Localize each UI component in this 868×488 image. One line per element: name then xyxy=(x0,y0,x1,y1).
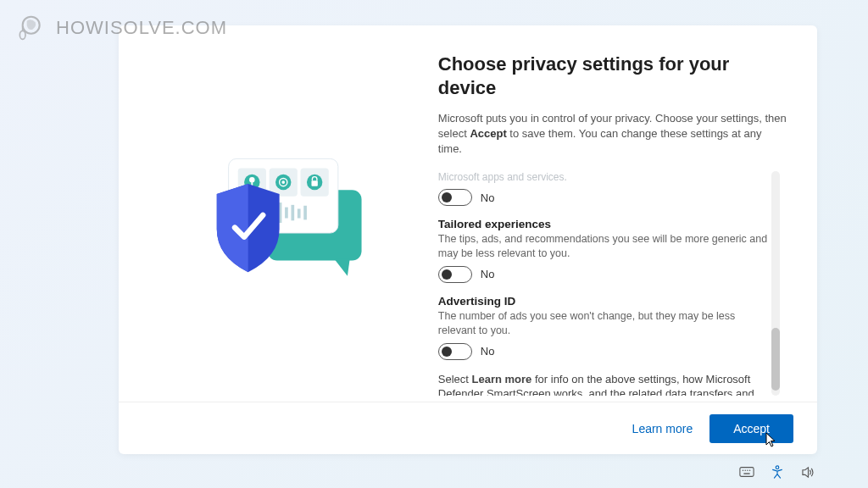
learn-more-button[interactable]: Learn more xyxy=(632,422,693,435)
toggle-row-advertising: No xyxy=(438,343,770,360)
taskbar-icons xyxy=(739,464,815,480)
svg-rect-32 xyxy=(743,473,749,474)
svg-rect-23 xyxy=(285,208,288,219)
page-title: Choose privacy settings for your device xyxy=(438,53,787,99)
toggle-advertising-label: No xyxy=(481,345,495,358)
setting-tailored-title: Tailored experiences xyxy=(438,218,770,230)
toggle-row-tailored: No xyxy=(438,266,770,283)
scrollbar-track[interactable] xyxy=(771,171,780,396)
setting-tailored-desc: The tips, ads, and recommendations you s… xyxy=(438,232,770,261)
accessibility-icon[interactable] xyxy=(770,464,785,480)
subtitle-bold: Accept xyxy=(470,127,506,140)
footer-note: Select Learn more for info on the above … xyxy=(438,372,770,396)
svg-rect-25 xyxy=(298,208,301,218)
partial-previous-setting-text: Microsoft apps and services. xyxy=(438,171,770,185)
toggle-tailored-label: No xyxy=(481,268,495,280)
svg-marker-4 xyxy=(335,259,350,276)
toggle-previous-label: No xyxy=(481,191,495,204)
panel-body: Choose privacy settings for your device … xyxy=(119,25,817,402)
svg-point-30 xyxy=(747,469,748,470)
volume-icon[interactable] xyxy=(800,464,815,480)
settings-scroll-area: Microsoft apps and services. No Tailored… xyxy=(438,171,787,396)
keyboard-icon[interactable] xyxy=(739,464,754,480)
svg-point-29 xyxy=(744,469,745,470)
page-subtitle: Microsoft puts you in control of your pr… xyxy=(438,111,787,158)
toggle-tailored[interactable] xyxy=(438,266,472,283)
watermark-logo-icon xyxy=(12,10,47,46)
watermark-text: HOWISOLVE.COM xyxy=(56,17,227,39)
privacy-panel: Choose privacy settings for your device … xyxy=(119,25,817,454)
footer-note-pre: Select xyxy=(438,373,472,385)
privacy-illustration xyxy=(119,25,433,402)
setting-advertising-desc: The number of ads you see won't change, … xyxy=(438,309,770,338)
accept-button-label: Accept xyxy=(733,422,770,435)
svg-rect-26 xyxy=(304,206,308,220)
svg-rect-24 xyxy=(292,205,295,220)
scrollbar-thumb[interactable] xyxy=(771,328,780,391)
svg-point-33 xyxy=(776,466,779,469)
setting-advertising: Advertising ID The number of ads you see… xyxy=(438,295,770,360)
svg-point-31 xyxy=(749,469,750,470)
toggle-advertising[interactable] xyxy=(438,343,472,360)
accept-button[interactable]: Accept xyxy=(709,414,793,443)
toggle-previous[interactable] xyxy=(438,189,472,206)
svg-rect-27 xyxy=(740,468,754,477)
settings-content: Choose privacy settings for your device … xyxy=(433,25,817,402)
svg-point-13 xyxy=(282,180,286,184)
svg-point-10 xyxy=(249,177,254,182)
setting-tailored: Tailored experiences The tips, ads, and … xyxy=(438,218,770,283)
setting-advertising-title: Advertising ID xyxy=(438,295,770,308)
watermark: HOWISOLVE.COM xyxy=(12,10,227,46)
toggle-row-previous: No xyxy=(438,189,770,206)
svg-point-28 xyxy=(743,469,743,470)
panel-footer: Learn more Accept xyxy=(119,402,817,454)
footer-note-bold: Learn more xyxy=(472,373,532,385)
svg-point-1 xyxy=(19,30,25,39)
svg-rect-15 xyxy=(312,180,318,186)
